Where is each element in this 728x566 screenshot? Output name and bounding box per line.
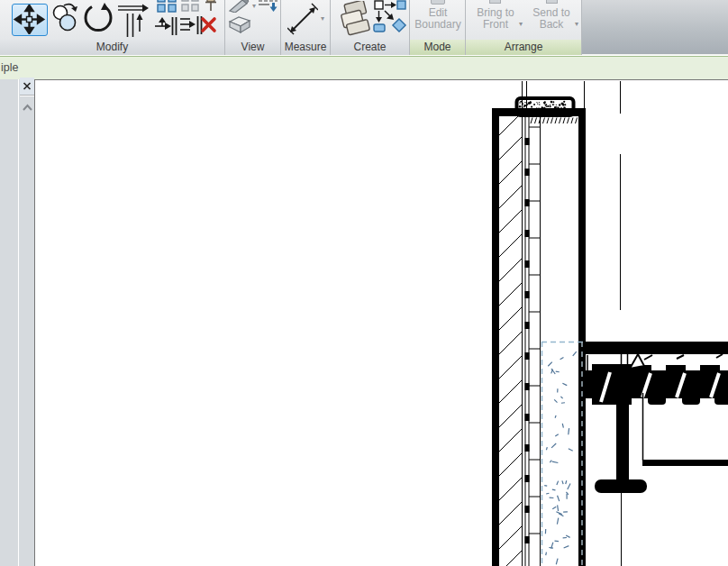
panel-label-modify: Modify [0,40,224,55]
wall-layers [523,116,541,566]
copy-icon [51,1,80,33]
wall-hatch [499,116,522,566]
move-to-end-button[interactable] [154,14,177,40]
panel-divider [20,95,34,96]
drawing-canvas[interactable] [34,79,728,566]
move-button[interactable] [12,4,48,36]
bring-to-front-icon [489,0,501,4]
rotate-icon [83,3,114,35]
workspace [0,79,728,566]
bring-to-front-caret[interactable]: ▾ [519,20,523,28]
edit-boundary-button[interactable]: Edit Boundary [410,7,466,31]
ribbon-panel-create: Create [331,0,410,55]
slope-triangle [630,354,644,369]
thin-lines-button[interactable] [258,0,279,16]
group-icon [181,0,199,12]
brush-icon [228,0,251,13]
options-bar-text: iple [1,61,18,74]
panel-close-button[interactable] [20,78,34,95]
ribbon-panel-measure: ▾ Measure [281,0,331,55]
panel-label-arrange: Arrange [466,40,581,55]
show-hidden-button[interactable] [228,14,251,38]
ribbon-empty-area [582,0,728,54]
create-group-button[interactable] [337,1,371,41]
delete-button[interactable] [200,16,217,37]
wall-section-drawing [35,80,728,566]
create-similar-button[interactable] [373,0,407,39]
align-icon [116,1,152,37]
beam-web [616,393,629,480]
close-icon [20,78,34,95]
override-dropdown-caret[interactable]: ▾ [252,2,256,10]
delete-icon [200,16,217,33]
pin-button[interactable] [204,0,218,16]
copy-button[interactable] [51,1,80,37]
create-similar-icon [373,0,407,35]
send-to-back-caret[interactable]: ▾ [575,20,578,28]
panel-label-view: View [225,40,280,55]
side-panel-edge [0,79,19,566]
thin-lines-icon [258,0,279,13]
box-3d-icon [228,14,251,34]
pin-icon [204,0,218,13]
chevron-up-icon [22,103,33,112]
measure-icon [287,3,318,35]
beam-flange [595,479,647,493]
align-button[interactable] [116,1,152,41]
floor-assembly [581,342,728,566]
array-icon [157,0,177,13]
panel-label-mode: Mode [410,40,465,55]
panel-label-create: Create [331,40,409,55]
group-button[interactable] [181,0,199,15]
send-to-back-button[interactable]: Send to Back [523,7,579,31]
ribbon-panel-arrange: Bring to Front ▾ Send to Back ▾ Arrange [466,0,582,55]
move-to-end-icon [154,14,177,36]
scroll-up-button[interactable] [22,99,33,115]
ribbon-panel-view: ▾ View [225,0,281,55]
edit-boundary-icon [431,0,445,5]
rotate-button[interactable] [83,3,114,39]
options-bar: iple [0,56,728,79]
send-to-back-icon [546,0,558,4]
measure-button[interactable] [287,3,318,39]
ribbon-panel-mode: Edit Boundary Mode [410,0,466,55]
create-group-icon [337,1,371,37]
panel-label-measure: Measure [281,40,330,55]
ribbon: Modify ▾ [0,0,728,55]
measure-dropdown-caret[interactable]: ▾ [321,14,324,23]
move-icon [13,5,46,34]
ribbon-panel-modify: Modify [0,0,225,55]
bring-to-front-button[interactable]: Bring to Front [468,7,523,31]
